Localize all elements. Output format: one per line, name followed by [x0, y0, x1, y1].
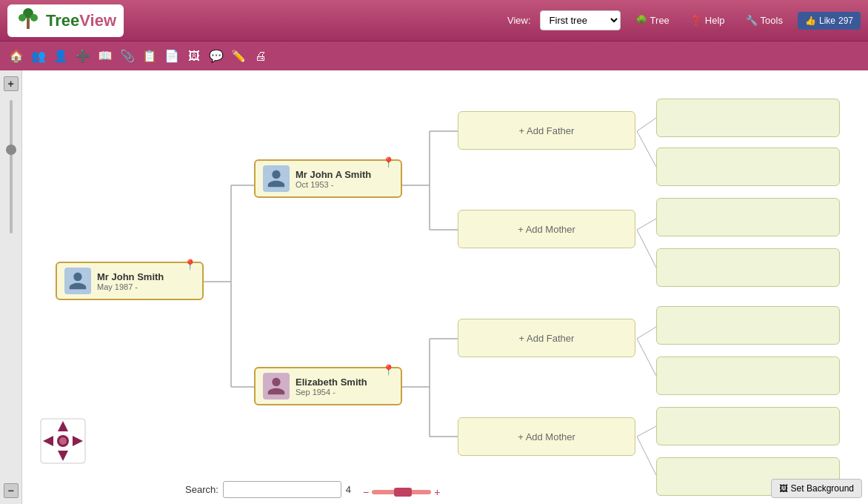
person-card-john-smith[interactable]: 📍 Mr John Smith May 1987 - — [56, 262, 204, 300]
toolbar-printer[interactable]: 🖨 — [250, 46, 271, 67]
svg-line-21 — [637, 219, 656, 230]
toolbar-book[interactable]: 📖 — [95, 46, 116, 67]
help-icon: ❓ — [690, 15, 702, 26]
person-name: Mr John Smith — [97, 271, 164, 282]
tools-button[interactable]: 🔧 Tools — [740, 12, 789, 29]
tree-icon: 🌳 — [635, 15, 647, 26]
svg-point-2 — [19, 14, 26, 21]
horizontal-zoom-slider[interactable]: − + — [363, 486, 440, 498]
person-avatar-male — [64, 268, 91, 294]
canvas: 📍 Mr John Smith May 1987 - 📍 Mr John A S… — [22, 70, 868, 504]
zoom-in-button[interactable]: + — [4, 76, 19, 91]
add-mother-2-label: + Add Mother — [518, 431, 575, 442]
view-label: View: — [507, 15, 531, 26]
toolbar-list[interactable]: 📄 — [161, 46, 182, 67]
search-label: Search: — [185, 484, 218, 495]
person-dates-2: Oct 1953 - — [296, 180, 371, 189]
person-pin-2: 📍 — [382, 156, 395, 168]
toolbar-edit[interactable]: ✏️ — [228, 46, 249, 67]
toolbar: 🏠 👥 👤 ➕ 📖 📎 📋 📄 🖼 💬 ✏️ 🖨 — [0, 41, 868, 70]
ancestor-box-4[interactable] — [656, 248, 840, 287]
toolbar-person[interactable]: 👤 — [50, 46, 71, 67]
person-dates-3: Sep 1954 - — [296, 388, 367, 397]
image-icon: 🖼 — [779, 483, 788, 494]
search-count: 4 — [346, 484, 351, 495]
zoom-slider-thumb[interactable] — [6, 145, 16, 155]
person-name-2: Mr John A Smith — [296, 169, 371, 180]
like-button[interactable]: 👍 Like 297 — [798, 12, 861, 30]
tools-icon: 🔧 — [746, 15, 758, 26]
svg-point-3 — [30, 14, 38, 21]
logo-tree-icon — [15, 7, 41, 34]
zoom-track[interactable] — [372, 490, 431, 494]
view-select[interactable]: First tree Second tree — [540, 10, 621, 30]
search-input[interactable] — [223, 481, 341, 498]
add-mother-1-label: + Add Mother — [518, 224, 575, 235]
ancestor-box-6[interactable] — [656, 357, 840, 395]
person-name-3: Elizabeth Smith — [296, 377, 367, 388]
toolbar-home[interactable]: 🏠 — [6, 46, 27, 67]
zoom-handle[interactable] — [394, 488, 412, 497]
person-card-elizabeth-smith[interactable]: 📍 Elizabeth Smith Sep 1954 - — [254, 367, 402, 405]
toolbar-paperclip[interactable]: 📎 — [117, 46, 138, 67]
zoom-plus-icon: + — [434, 486, 440, 498]
add-father-button-1[interactable]: + Add Father — [458, 111, 635, 150]
tree-button[interactable]: 🌳 Tree — [630, 12, 675, 29]
ancestor-box-7[interactable] — [656, 407, 840, 445]
toolbar-add-person[interactable]: ➕ — [73, 46, 93, 67]
svg-rect-1 — [27, 19, 30, 29]
person-avatar-female — [263, 373, 290, 399]
toolbar-people[interactable]: 👥 — [28, 46, 49, 67]
add-mother-button-2[interactable]: + Add Mother — [458, 417, 635, 456]
search-bar: Search: 4 — [185, 481, 351, 498]
header-controls: View: First tree Second tree 🌳 Tree ❓ He… — [507, 10, 861, 30]
add-father-2-label: + Add Father — [519, 333, 575, 344]
zoom-sidebar: + − — [0, 70, 22, 504]
toolbar-image[interactable]: 🖼 — [184, 46, 204, 67]
svg-line-22 — [637, 230, 656, 268]
svg-line-23 — [637, 327, 656, 339]
toolbar-copy[interactable]: 📋 — [139, 46, 160, 67]
navigation-compass[interactable] — [37, 415, 89, 467]
svg-point-33 — [59, 437, 67, 445]
like-icon: 👍 — [805, 16, 816, 26]
logo[interactable]: TreeView — [7, 4, 124, 37]
person-info-john-a-smith: Mr John A Smith Oct 1953 - — [296, 169, 371, 189]
ancestor-box-5[interactable] — [656, 306, 840, 345]
zoom-out-button[interactable]: − — [4, 483, 19, 498]
help-button[interactable]: ❓ Help — [684, 12, 731, 29]
add-father-button-2[interactable]: + Add Father — [458, 319, 635, 357]
person-pin-3: 📍 — [382, 364, 395, 376]
person-info-elizabeth-smith: Elizabeth Smith Sep 1954 - — [296, 377, 367, 397]
svg-line-26 — [637, 437, 656, 475]
zoom-slider-container — [10, 94, 13, 480]
add-mother-button-1[interactable]: + Add Mother — [458, 210, 635, 248]
logo-text: TreeView — [46, 11, 116, 30]
ancestor-box-2[interactable] — [656, 147, 840, 186]
zoom-minus-icon: − — [363, 486, 369, 498]
person-pin: 📍 — [184, 259, 196, 271]
svg-line-24 — [637, 339, 656, 376]
person-avatar-male-2 — [263, 165, 290, 192]
person-dates: May 1987 - — [97, 282, 164, 291]
ancestor-box-1[interactable] — [656, 99, 840, 137]
set-background-button[interactable]: 🖼 Set Background — [771, 479, 862, 498]
add-father-1-label: + Add Father — [519, 125, 575, 136]
ancestor-box-3[interactable] — [656, 198, 840, 236]
svg-line-19 — [637, 118, 656, 131]
header: TreeView View: First tree Second tree 🌳 … — [0, 0, 868, 41]
person-card-john-a-smith[interactable]: 📍 Mr John A Smith Oct 1953 - — [254, 159, 402, 198]
svg-line-25 — [637, 426, 656, 437]
svg-line-20 — [637, 131, 656, 167]
toolbar-chat[interactable]: 💬 — [206, 46, 227, 67]
person-info-john-smith: Mr John Smith May 1987 - — [97, 271, 164, 291]
main-area: + − — [0, 70, 868, 504]
